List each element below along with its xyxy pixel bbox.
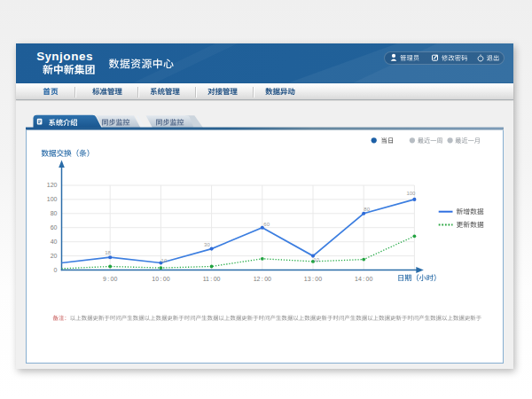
svg-text:10: 10 xyxy=(161,258,168,263)
svg-text:13 : 00: 13 : 00 xyxy=(304,276,322,282)
svg-text:12 : 00: 12 : 00 xyxy=(254,276,271,282)
svg-text:60: 60 xyxy=(263,222,270,227)
svg-text:10 : 00: 10 : 00 xyxy=(152,276,169,282)
svg-text:120: 120 xyxy=(47,182,58,188)
svg-text:100: 100 xyxy=(47,196,58,202)
svg-text:Synjones: Synjones xyxy=(36,50,93,63)
svg-text:80: 80 xyxy=(51,210,58,216)
svg-text:9 : 00: 9 : 00 xyxy=(103,276,118,282)
svg-text:100: 100 xyxy=(406,191,416,196)
svg-text:14 : 00: 14 : 00 xyxy=(355,276,372,282)
svg-text:11 : 00: 11 : 00 xyxy=(203,276,221,282)
svg-text:10: 10 xyxy=(313,257,319,262)
svg-text:0: 0 xyxy=(54,267,58,273)
svg-text:18: 18 xyxy=(105,250,111,255)
svg-text:30: 30 xyxy=(204,242,210,247)
svg-text:60: 60 xyxy=(51,224,58,231)
svg-text:80: 80 xyxy=(364,207,370,212)
svg-text:20: 20 xyxy=(51,253,58,259)
svg-text:40: 40 xyxy=(51,239,58,245)
